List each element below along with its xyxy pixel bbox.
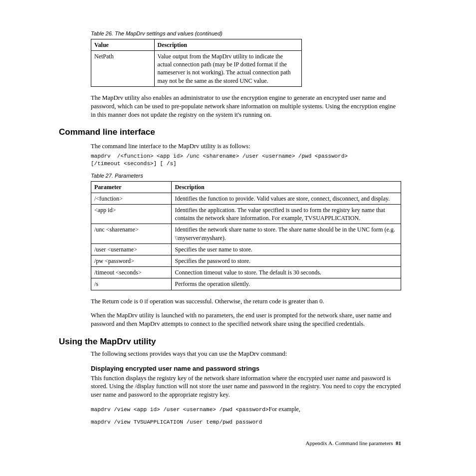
table-cell: /timeout <seconds> [91,267,172,278]
table-cell: <app id> [91,205,172,224]
table-row: /user <username>Specifies the user name … [91,243,401,255]
code-tail: For example, [268,406,300,413]
content-block: The following sections provides ways tha… [91,350,401,426]
table-cell: Identifies the function to provide. Vali… [172,193,401,204]
table-cell: /unc <sharename> [91,224,172,243]
table-cell: /<function> [91,193,172,204]
footer-text: Appendix A. Command line parameters [305,440,393,446]
table-header: Parameter [91,181,172,193]
table-cell: NetPath [91,51,155,87]
table-cell: Identifies the application. The value sp… [172,205,401,224]
code-line: mapdrv /view <app id> /user <username> /… [91,405,401,414]
content-block: The command line interface to the MapDrv… [91,142,401,328]
paragraph: The Return code is 0 if operation was su… [91,297,401,306]
table-cell: Value output from the MapDrv utility to … [154,51,301,87]
table-cell: Specifies the user name to store. [172,243,401,255]
page-number: 81 [396,440,401,446]
table-header: Description [154,39,301,50]
page-footer: Appendix A. Command line parameters 81 [75,440,401,447]
document-page: Table 26. The MapDrv settings and values… [0,0,476,467]
table26: Value Description NetPath Value output f… [91,39,302,87]
table27-caption: Table 27. Parameters [91,172,401,180]
table-cell: /s [91,278,172,290]
paragraph: The MapDrv utility also enables an admin… [91,94,401,119]
paragraph: This function displays the registry key … [91,374,401,400]
code-text: mapdrv /view <app id> /user <username> /… [91,407,268,413]
subheading-displaying-encrypted: Displaying encrypted user name and passw… [91,364,401,373]
table27: Parameter Description /<function>Identif… [91,181,401,290]
table-row: /<function>Identifies the function to pr… [91,193,401,204]
table26-caption: Table 26. The MapDrv settings and values… [91,30,401,37]
heading-using-mapdrv: Using the MapDrv utility [59,336,401,348]
table-row: /timeout <seconds>Connection timeout val… [91,267,401,278]
table-header: Value [91,39,155,50]
content-block: Table 26. The MapDrv settings and values… [91,30,401,119]
table-cell: Specifies the password to store. [172,255,401,266]
table-cell: /pw <password> [91,255,172,266]
table-cell: Identifies the network share name to sto… [172,224,401,243]
table-cell: Performs the operation silently. [172,278,401,290]
table-row: /pw <password>Specifies the password to … [91,255,401,266]
table-cell: Connection timeout value to store. The d… [172,267,401,278]
paragraph: The following sections provides ways tha… [91,350,401,358]
table-row: /unc <sharename>Identifies the network s… [91,224,401,243]
heading-command-line-interface: Command line interface [59,127,401,138]
code-block: mapdrv /view TVSUAPPLICATION /user temp/… [91,419,401,426]
table-cell: /user <username> [91,243,172,255]
paragraph: The command line interface to the MapDrv… [91,142,401,151]
paragraph: When the MapDrv utility is launched with… [91,311,401,328]
code-block: mapdrv /<function> <app id> /unc <sharen… [91,153,401,167]
table-row: <app id>Identifies the application. The … [91,205,401,224]
table-row: NetPath Value output from the MapDrv uti… [91,51,302,87]
table-header-row: Value Description [91,39,302,50]
table-header: Description [172,181,401,193]
table-row: /sPerforms the operation silently. [91,278,401,290]
table-header-row: Parameter Description [91,181,401,193]
